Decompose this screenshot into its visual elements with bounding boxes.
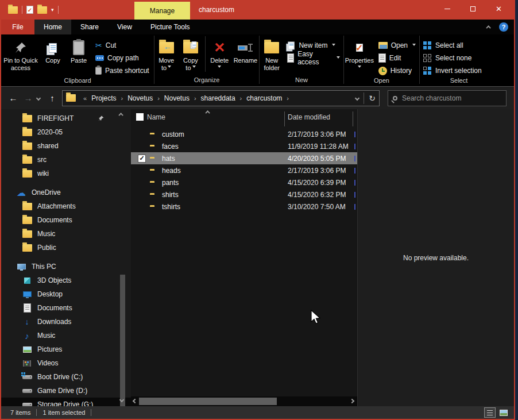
copy-button[interactable]: Copy xyxy=(40,36,65,64)
sidebar-item-music[interactable]: ♪Music xyxy=(1,329,131,342)
minimize-button[interactable] xyxy=(434,0,460,17)
folder-icon xyxy=(22,115,32,122)
column-divider[interactable] xyxy=(353,111,353,126)
copy-path-button[interactable]: Copy path xyxy=(92,52,153,64)
qat-new-folder-icon[interactable] xyxy=(37,6,47,14)
details-view-button[interactable] xyxy=(484,407,496,418)
close-button[interactable]: ✕ xyxy=(486,0,512,17)
qat-separator xyxy=(22,6,22,14)
paste-button[interactable]: Paste xyxy=(65,36,92,64)
qat-customize-caret-icon[interactable]: ▾ xyxy=(51,7,54,13)
history-button[interactable]: History xyxy=(375,64,419,77)
address-bar[interactable]: « Projects › Novetus › Novetus › sharedd… xyxy=(62,90,380,106)
file-row-shirts[interactable]: shirts4/15/2020 6:32 PM xyxy=(131,188,357,201)
scroll-right-icon[interactable] xyxy=(350,399,354,403)
scroll-left-icon[interactable] xyxy=(133,399,137,403)
breadcrumb-separator[interactable]: › xyxy=(154,95,163,102)
easy-access-button[interactable]: Easy access xyxy=(284,52,343,64)
select-none-button[interactable]: Select none xyxy=(420,52,485,64)
search-box[interactable] xyxy=(388,90,507,106)
tab-picture-tools[interactable]: Picture Tools xyxy=(141,20,199,34)
breadcrumb-separator[interactable]: › xyxy=(191,95,200,102)
breadcrumb[interactable]: shareddata xyxy=(200,94,237,102)
sidebar-item-documents-onedrive[interactable]: Documents xyxy=(1,213,131,227)
row-checkbox-checked[interactable]: ✓ xyxy=(138,155,146,163)
file-row-pants[interactable]: pants4/15/2020 6:39 PM xyxy=(131,176,357,188)
sidebar-item-shared[interactable]: shared xyxy=(1,139,131,153)
breadcrumb-separator[interactable]: › xyxy=(237,95,246,102)
edit-button[interactable]: Edit xyxy=(375,52,419,64)
sidebar-item-game-drive[interactable]: Game Drive (D:) xyxy=(1,384,131,398)
open-button[interactable]: Open xyxy=(375,39,419,52)
breadcrumb[interactable]: Novetus xyxy=(163,94,191,102)
breadcrumb-separator[interactable]: › xyxy=(117,95,126,102)
file-row-hats-selected[interactable]: ✓ hats4/20/2020 5:05 PM xyxy=(131,152,357,164)
move-to-button[interactable]: ← Move to xyxy=(154,36,178,72)
tab-file[interactable]: File xyxy=(1,20,34,34)
rename-button[interactable]: Rename xyxy=(232,36,259,64)
breadcrumb[interactable]: Novetus xyxy=(126,94,154,102)
file-row-custom[interactable]: custom2/17/2019 3:06 PM xyxy=(131,128,357,140)
paste-icon xyxy=(73,40,84,55)
tab-share[interactable]: Share xyxy=(71,20,108,34)
scrollbar-thumb[interactable] xyxy=(120,275,125,406)
back-button[interactable]: ← xyxy=(6,93,21,103)
select-all-checkbox[interactable] xyxy=(136,113,144,121)
tab-view[interactable]: View xyxy=(108,20,141,34)
cut-button[interactable]: ✂ Cut xyxy=(92,39,153,52)
pin-to-quick-access-button[interactable]: Pin to Quick access xyxy=(1,36,40,72)
dropdown-icon xyxy=(412,44,416,48)
breadcrumb[interactable]: Projects xyxy=(90,94,117,102)
column-header-date-modified[interactable]: Date modified xyxy=(288,113,330,121)
sidebar-item-storage-drive[interactable]: Storage Drive (G:) xyxy=(1,398,131,406)
sidebar-item-desktop[interactable]: Desktop xyxy=(1,287,131,301)
sidebar-item-3d-objects[interactable]: 3D Objects xyxy=(1,273,131,287)
breadcrumb[interactable]: charcustom xyxy=(245,94,283,102)
sidebar-item-documents[interactable]: Documents xyxy=(1,301,131,315)
file-row-heads[interactable]: heads2/17/2019 3:06 PM xyxy=(131,164,357,176)
qat-folder-icon[interactable] xyxy=(8,6,18,14)
sidebar-item-boot-drive[interactable]: Boot Drive (C:) xyxy=(1,370,131,384)
maximize-button[interactable] xyxy=(460,0,486,17)
refresh-icon[interactable]: ↻ xyxy=(369,94,376,103)
up-button[interactable]: ↑ xyxy=(45,93,60,103)
paste-shortcut-button[interactable]: Paste shortcut xyxy=(92,64,153,77)
sidebar-item-this-pc[interactable]: This PC xyxy=(1,260,131,273)
sidebar-item-pictures[interactable]: Pictures xyxy=(1,342,131,356)
tab-home[interactable]: Home xyxy=(34,20,71,34)
file-row-faces[interactable]: faces11/9/2019 11:28 AM xyxy=(131,140,357,152)
help-icon[interactable]: ? xyxy=(499,22,508,32)
delete-button[interactable]: ✕ Delete xyxy=(207,36,232,70)
properties-button[interactable]: ✓ Properties xyxy=(344,36,375,70)
sidebar-item-src[interactable]: src xyxy=(1,153,131,167)
sidebar-scrollbar[interactable] xyxy=(119,109,126,406)
file-row-tshirts[interactable]: tshirts3/10/2020 7:50 AM xyxy=(131,201,357,213)
horizontal-scrollbar[interactable] xyxy=(131,396,357,406)
scroll-up-icon[interactable] xyxy=(118,113,123,117)
sidebar-item-videos[interactable]: Videos xyxy=(1,356,131,370)
sidebar-item-public[interactable]: Public xyxy=(1,241,131,255)
sidebar-item-firefight[interactable]: FIREFIGHT xyxy=(1,111,131,125)
recent-locations-icon[interactable] xyxy=(36,95,41,100)
column-divider[interactable] xyxy=(284,111,285,126)
breadcrumb-overflow-icon[interactable]: « xyxy=(80,95,90,102)
breadcrumb-separator[interactable]: › xyxy=(283,95,292,102)
tab-manage[interactable]: Manage xyxy=(134,2,190,20)
scrollbar-thumb[interactable] xyxy=(139,398,277,405)
select-all-button[interactable]: Select all xyxy=(420,39,485,52)
sidebar-item-wiki[interactable]: wiki xyxy=(1,167,131,180)
column-header-name[interactable]: Name xyxy=(147,113,165,121)
address-dropdown-icon[interactable] xyxy=(355,95,359,100)
forward-button[interactable]: → xyxy=(21,93,36,103)
large-icons-view-button[interactable] xyxy=(498,407,509,418)
sidebar-item-attachments[interactable]: Attachments xyxy=(1,199,131,213)
search-input[interactable] xyxy=(402,94,488,102)
invert-selection-button[interactable]: Invert selection xyxy=(420,64,485,77)
sidebar-item-onedrive[interactable]: ☁OneDrive xyxy=(1,186,131,199)
new-folder-button[interactable]: New folder xyxy=(260,36,284,72)
sidebar-item-downloads[interactable]: ↓Downloads xyxy=(1,315,131,329)
sidebar-item-2020-05[interactable]: 2020-05 xyxy=(1,125,131,139)
sidebar-item-music-onedrive[interactable]: Music xyxy=(1,227,131,241)
qat-properties-icon[interactable]: ✓ xyxy=(26,6,33,14)
copy-to-button[interactable]: Copy to xyxy=(178,36,203,72)
